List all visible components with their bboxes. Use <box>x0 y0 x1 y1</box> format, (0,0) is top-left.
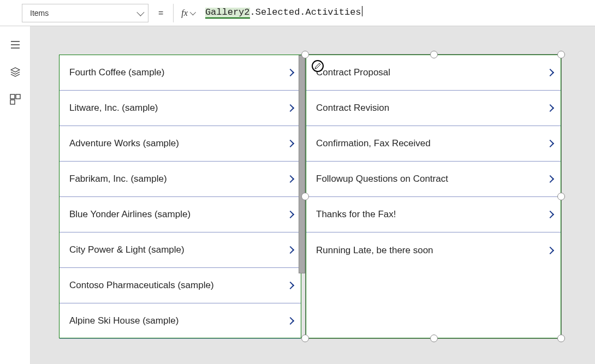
list-item-label: Contoso Pharmaceuticals (sample) <box>69 280 214 291</box>
chevron-right-icon <box>546 246 554 254</box>
list-item-label: Contract Proposal <box>316 67 390 78</box>
selection-handle[interactable] <box>301 335 309 342</box>
chevron-right-icon <box>287 282 294 289</box>
list-item[interactable]: Confirmation, Fax Received <box>306 126 561 162</box>
list-item-label: Thanks for the Fax! <box>316 209 396 220</box>
property-name: Items <box>30 9 49 17</box>
components-icon[interactable] <box>10 94 21 105</box>
list-item[interactable]: Litware, Inc. (sample) <box>59 91 301 126</box>
list-item-label: Alpine Ski House (sample) <box>69 315 178 326</box>
edit-template-button[interactable] <box>312 60 324 72</box>
list-item[interactable]: Running Late, be there soon <box>306 232 561 268</box>
svg-rect-2 <box>10 100 15 104</box>
list-item[interactable]: Thanks for the Fax! <box>306 197 561 232</box>
chevron-right-icon <box>287 69 294 76</box>
list-item-label: Blue Yonder Airlines (sample) <box>69 209 191 220</box>
workspace: Fourth Coffee (sample) Litware, Inc. (sa… <box>0 26 595 364</box>
selection-handle[interactable] <box>557 51 565 58</box>
list-item[interactable]: Fourth Coffee (sample) <box>59 55 301 91</box>
formula-token-rest: .Selected.Activities <box>250 7 361 17</box>
chevron-right-icon <box>287 246 294 254</box>
svg-rect-0 <box>10 94 15 99</box>
chevron-right-icon <box>287 175 294 183</box>
selection-handle[interactable] <box>430 51 438 58</box>
formula-bar: Items = fx Gallery2.Selected.Activities <box>0 0 595 26</box>
list-item[interactable]: Contract Proposal <box>306 55 561 91</box>
layers-icon[interactable] <box>10 67 21 77</box>
formula-input[interactable]: Gallery2.Selected.Activities <box>203 6 365 20</box>
list-item-label: Adventure Works (sample) <box>69 138 179 149</box>
chevron-down-icon[interactable] <box>190 9 196 15</box>
list-item[interactable]: City Power & Light (sample) <box>59 232 301 268</box>
list-item[interactable]: Adventure Works (sample) <box>59 126 301 162</box>
list-item-label: Litware, Inc. (sample) <box>69 103 158 114</box>
chevron-right-icon <box>287 140 294 147</box>
chevron-right-icon <box>546 211 554 218</box>
list-item-label: City Power & Light (sample) <box>69 244 185 255</box>
list-item[interactable]: Followup Questions on Contract <box>306 162 561 197</box>
list-item[interactable]: Contract Revision <box>306 91 561 126</box>
selection-handle[interactable] <box>301 51 309 58</box>
left-rail <box>0 26 31 364</box>
formula-token-highlight: Gallery2 <box>205 8 250 19</box>
equals-sign: = <box>148 8 173 18</box>
list-item[interactable]: Contoso Pharmaceuticals (sample) <box>59 268 301 303</box>
list-item[interactable]: Fabrikam, Inc. (sample) <box>59 162 301 197</box>
text-cursor <box>362 6 362 16</box>
gallery-accounts[interactable]: Fourth Coffee (sample) Litware, Inc. (sa… <box>59 55 301 338</box>
list-item-label: Contract Revision <box>316 103 389 114</box>
canvas[interactable]: Fourth Coffee (sample) Litware, Inc. (sa… <box>31 26 595 364</box>
chevron-right-icon <box>546 69 554 76</box>
gallery-activities[interactable]: Contract Proposal Contract Revision Conf… <box>306 55 561 338</box>
property-dropdown[interactable]: Items <box>22 4 148 22</box>
list-item-label: Fourth Coffee (sample) <box>69 67 164 78</box>
list-item-label: Running Late, be there soon <box>316 245 433 256</box>
list-item[interactable]: Alpine Ski House (sample) <box>59 303 301 339</box>
fx-section: fx Gallery2.Selected.Activities <box>173 4 364 22</box>
hamburger-icon[interactable] <box>10 39 21 50</box>
selection-handle[interactable] <box>557 193 565 200</box>
chevron-right-icon <box>546 140 554 147</box>
svg-rect-1 <box>16 94 20 99</box>
list-item-label: Confirmation, Fax Received <box>316 138 431 149</box>
selection-handle[interactable] <box>430 335 438 342</box>
chevron-right-icon <box>546 175 554 183</box>
chevron-down-icon <box>136 8 144 16</box>
list-item-label: Fabrikam, Inc. (sample) <box>69 174 167 184</box>
chevron-right-icon <box>546 104 554 112</box>
list-item[interactable]: Blue Yonder Airlines (sample) <box>59 197 301 232</box>
chevron-right-icon <box>287 317 294 325</box>
chevron-right-icon <box>287 104 294 112</box>
selection-handle[interactable] <box>557 335 565 342</box>
chevron-right-icon <box>287 211 294 218</box>
fx-label: fx <box>181 8 188 18</box>
list-item-label: Followup Questions on Contract <box>316 174 448 184</box>
scrollbar-thumb[interactable] <box>299 55 305 273</box>
selection-handle[interactable] <box>301 193 309 200</box>
